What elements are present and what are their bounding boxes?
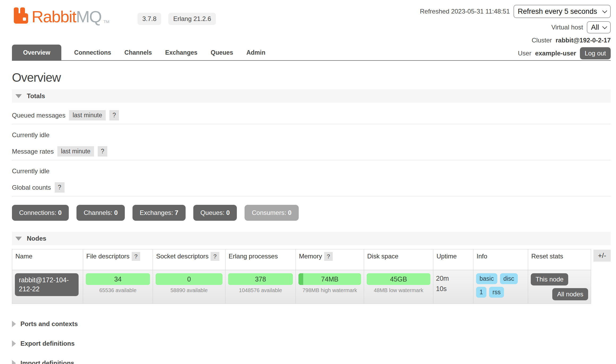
memory-used-segment xyxy=(298,273,303,285)
uptime-value: 20m 10s xyxy=(436,273,457,294)
queued-messages-heading: Queued messages last minute ? xyxy=(12,110,611,124)
version-badges: 3.7.8 Erlang 21.2.6 xyxy=(138,13,216,25)
socket-descriptors-available: 58890 available xyxy=(156,287,223,293)
connections-count-value: 0 xyxy=(58,209,62,216)
help-icon[interactable]: ? xyxy=(132,252,140,261)
column-toggle-button[interactable]: +/- xyxy=(593,250,611,262)
col-header-socket-descriptors: Socket descriptors? xyxy=(153,249,225,270)
help-icon[interactable]: ? xyxy=(98,146,108,157)
socket-descriptors-cell: 0 58890 available xyxy=(153,270,225,304)
triangle-right-icon xyxy=(12,360,16,364)
tab-admin[interactable]: Admin xyxy=(246,45,266,61)
channels-count-label: Channels: xyxy=(84,209,114,216)
triangle-down-icon xyxy=(15,94,22,98)
version-badge: 3.7.8 xyxy=(138,13,161,25)
totals-section-header[interactable]: Totals xyxy=(12,89,611,103)
message-rates-heading: Message rates last minute ? xyxy=(12,146,611,160)
file-descriptors-value: 34 xyxy=(114,275,122,283)
nodes-section-header[interactable]: Nodes xyxy=(12,232,611,245)
memory-watermark: 798MB high watermark xyxy=(298,287,361,293)
virtual-host-row: Virtual host All xyxy=(551,21,611,33)
tab-queues[interactable]: Queues xyxy=(210,45,234,61)
help-icon[interactable]: ? xyxy=(109,110,119,120)
virtual-host-value: All xyxy=(591,23,599,32)
triangle-right-icon xyxy=(12,321,16,327)
refresh-interval-select[interactable]: Refresh every 5 seconds xyxy=(514,5,611,18)
erlang-processes-value: 378 xyxy=(255,275,266,283)
node-name-badge[interactable]: rabbit@172-104-212-22 xyxy=(15,273,79,296)
message-rates-status: Currently idle xyxy=(12,167,611,175)
exchanges-count-label: Exchanges: xyxy=(140,209,175,216)
logo-wordmark: RabbitMQ xyxy=(32,8,101,25)
disk-space-value: 45GB xyxy=(390,275,407,283)
uptime-cell: 20m 10s xyxy=(433,270,473,304)
consumers-count-button[interactable]: Consumers: 0 xyxy=(245,205,298,221)
node-row: rabbit@172-104-212-22 34 65536 available… xyxy=(12,270,591,304)
info-badges: basic disc 1 rss xyxy=(476,273,523,298)
col-header-name: Name xyxy=(12,249,83,270)
queued-messages-label: Queued messages xyxy=(12,112,65,119)
tab-bar: Overview Connections Channels Exchanges … xyxy=(12,45,266,61)
virtual-host-select[interactable]: All xyxy=(587,21,611,33)
queues-count-button[interactable]: Queues: 0 xyxy=(193,205,237,221)
logout-button[interactable]: Log out xyxy=(580,47,611,59)
import-definitions-label: Import definitions xyxy=(20,359,74,364)
global-counts-label: Global counts xyxy=(12,184,51,191)
import-definitions-section[interactable]: Import definitions xyxy=(12,359,611,364)
logo-text-mq: MQ xyxy=(76,7,101,26)
channels-count-button[interactable]: Channels: 0 xyxy=(76,205,125,221)
col-header-memory: Memory? xyxy=(296,249,364,270)
col-header-erlang-processes: Erlang processes xyxy=(225,249,296,270)
tab-channels[interactable]: Channels xyxy=(124,45,153,61)
erlang-version-badge: Erlang 21.2.6 xyxy=(168,13,216,25)
totals-section-title: Totals xyxy=(27,92,45,100)
col-header-disk-space: Disk space xyxy=(364,249,433,270)
nodes-section-title: Nodes xyxy=(27,235,46,242)
help-icon[interactable]: ? xyxy=(211,252,219,261)
header: RabbitMQ TM 3.7.8 Erlang 21.2.6 Refreshe… xyxy=(12,0,611,61)
channels-count-value: 0 xyxy=(114,209,118,216)
disk-watermark: 48MB low watermark xyxy=(367,287,430,293)
ports-and-contexts-section[interactable]: Ports and contexts xyxy=(12,320,611,328)
reset-all-nodes-button[interactable]: All nodes xyxy=(552,288,588,300)
queues-count-value: 0 xyxy=(226,209,230,216)
col-header-info: Info xyxy=(473,249,528,270)
file-descriptors-bar: 34 xyxy=(86,273,150,285)
triangle-down-icon xyxy=(15,237,22,241)
global-counts-buttons: Connections: 0 Channels: 0 Exchanges: 7 … xyxy=(12,205,611,221)
help-icon[interactable]: ? xyxy=(55,182,65,193)
info-cell: basic disc 1 rss xyxy=(473,270,528,304)
reset-this-node-button[interactable]: This node xyxy=(531,273,568,285)
tab-connections[interactable]: Connections xyxy=(74,45,112,61)
nodes-header-row: Name File descriptors? Socket descriptor… xyxy=(12,249,591,270)
erlang-processes-cell: 378 1048576 available xyxy=(225,270,296,304)
exchanges-count-button[interactable]: Exchanges: 7 xyxy=(132,205,185,221)
cluster-name: rabbit@192-0-2-17 xyxy=(556,37,611,44)
chevron-down-icon xyxy=(602,8,607,13)
info-tag-rss: rss xyxy=(489,287,504,298)
rate-window-badge[interactable]: last minute xyxy=(57,146,94,157)
tab-overview[interactable]: Overview xyxy=(12,45,61,61)
user-row: User example-user Log out xyxy=(518,47,611,59)
memory-bar: 74MB xyxy=(298,273,361,285)
connections-count-label: Connections: xyxy=(19,209,58,216)
node-name-cell: rabbit@172-104-212-22 xyxy=(12,270,83,304)
queued-messages-status: Currently idle xyxy=(12,131,611,139)
connections-count-button[interactable]: Connections: 0 xyxy=(12,205,69,221)
cluster-row: Cluster rabbit@192-0-2-17 xyxy=(532,37,611,44)
erlang-processes-bar: 378 xyxy=(228,273,293,285)
export-definitions-label: Export definitions xyxy=(20,340,75,347)
rabbitmq-logo[interactable]: RabbitMQ TM xyxy=(12,7,109,25)
memory-cell: 74MB 798MB high watermark xyxy=(296,270,364,304)
refresh-interval-value: Refresh every 5 seconds xyxy=(518,7,597,16)
help-icon[interactable]: ? xyxy=(324,252,333,261)
global-counts-heading: Global counts ? xyxy=(12,182,611,196)
exchanges-count-value: 7 xyxy=(175,209,178,216)
rate-window-badge[interactable]: last minute xyxy=(69,110,105,120)
memory-value: 74MB xyxy=(321,275,338,283)
refresh-row: Refreshed 2023-05-31 11:48:51 Refresh ev… xyxy=(420,5,611,18)
socket-descriptors-bar: 0 xyxy=(156,273,223,285)
tab-exchanges[interactable]: Exchanges xyxy=(165,45,198,61)
export-definitions-section[interactable]: Export definitions xyxy=(12,340,611,347)
refreshed-timestamp: Refreshed 2023-05-31 11:48:51 xyxy=(420,8,510,15)
